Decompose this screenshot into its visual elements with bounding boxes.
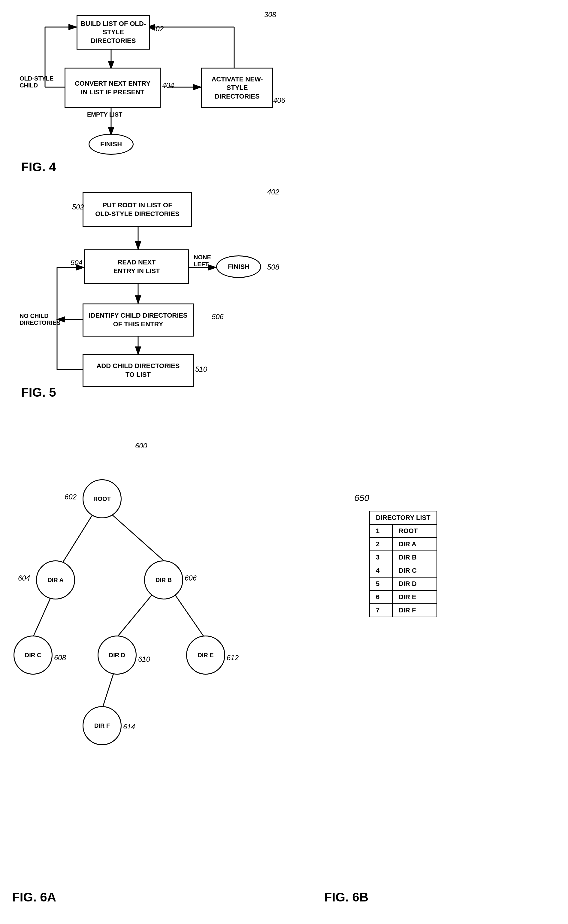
fig6a-ref604: 604: [18, 574, 30, 582]
fig5-box504: READ NEXT ENTRY IN LIST: [84, 249, 189, 284]
fig6a-ref600: 600: [135, 442, 147, 450]
fig5-ref502: 502: [72, 203, 84, 211]
table-row: 5DIR D: [370, 577, 437, 591]
fig5-ref504: 504: [71, 258, 83, 267]
table-row: 4DIR C: [370, 564, 437, 577]
fig6b-label: FIG. 6B: [324, 890, 369, 904]
fig4-ref404: 404: [162, 81, 174, 89]
fig6a-label: FIG. 6A: [12, 890, 56, 904]
fig5-ref508: 508: [267, 263, 279, 271]
fig5-box510: ADD CHILD DIRECTORIES TO LIST: [83, 354, 193, 387]
tree-root: ROOT: [83, 479, 122, 518]
svg-line-22: [174, 594, 204, 637]
fig4-ref406: 406: [273, 96, 285, 105]
fig5-box506: IDENTIFY CHILD DIRECTORIES OF THIS ENTRY: [83, 303, 193, 336]
fig6b-ref650: 650: [354, 493, 369, 503]
page: 308 BUILD LIST OF OLD-STYLE DIRECTORIES …: [0, 0, 568, 924]
tree-dird: DIR D: [98, 636, 137, 675]
fig5-diagram: 402 PUT ROOT IN LIST OF OLD-STYLE DIRECT…: [18, 186, 288, 403]
fig6a-ref602: 602: [65, 493, 77, 501]
fig4-diagram: 308 BUILD LIST OF OLD-STYLE DIRECTORIES …: [18, 9, 288, 177]
tree-dire: DIR E: [186, 636, 225, 675]
tree-dirb: DIR B: [144, 560, 183, 600]
fig4-ref308: 308: [264, 11, 276, 19]
fig6a-ref608: 608: [54, 654, 66, 662]
fig4-box406: ACTIVATE NEW-STYLE DIRECTORIES: [201, 68, 273, 108]
dir-table-header: DIRECTORY LIST: [370, 511, 437, 524]
table-row: 7DIR F: [370, 604, 437, 617]
fig4-box402: BUILD LIST OF OLD-STYLE DIRECTORIES: [77, 15, 150, 50]
fig4-empty-list: EMPTY LIST: [87, 111, 122, 118]
svg-line-21: [117, 594, 153, 637]
svg-line-19: [111, 514, 165, 562]
fig4-label: FIG. 4: [21, 160, 56, 174]
fig6a-ref612: 612: [227, 654, 239, 662]
fig6a-ref614: 614: [123, 723, 135, 731]
fig4-finish: FINISH: [89, 134, 134, 155]
tree-dirf: DIR F: [83, 706, 122, 745]
fig6-diagram: 600 ROOT 602 DIR A 604 DIR B 606 DIR C 6…: [9, 427, 561, 907]
table-row: 2DIR A: [370, 538, 437, 551]
fig4-box404: CONVERT NEXT ENTRY IN LIST IF PRESENT: [65, 68, 161, 108]
fig4-old-style-child: OLD-STYLECHILD: [20, 75, 53, 89]
fig5-box502: PUT ROOT IN LIST OF OLD-STYLE DIRECTORIE…: [83, 192, 192, 227]
svg-line-20: [33, 594, 53, 637]
svg-line-18: [63, 514, 93, 562]
fig5-none-left: NONELEFT: [193, 254, 211, 268]
directory-table: DIRECTORY LIST 1ROOT2DIR A3DIR B4DIR C5D…: [369, 511, 437, 617]
fig4-ref402: 402: [152, 25, 164, 33]
fig5-ref506: 506: [211, 312, 224, 321]
fig6a-ref606: 606: [184, 574, 196, 582]
fig5-ref402: 402: [267, 188, 279, 196]
fig6a-ref610: 610: [138, 655, 150, 663]
fig5-ref510: 510: [195, 365, 207, 374]
fig5-finish: FINISH: [216, 255, 261, 278]
table-row: 1ROOT: [370, 524, 437, 538]
tree-dira: DIR A: [36, 560, 75, 600]
tree-dirc: DIR C: [14, 636, 53, 675]
table-row: 6DIR E: [370, 591, 437, 604]
fig5-label: FIG. 5: [21, 385, 56, 400]
table-row: 3DIR B: [370, 551, 437, 564]
fig5-no-child: NO CHILDDIRECTORIES: [20, 312, 60, 326]
